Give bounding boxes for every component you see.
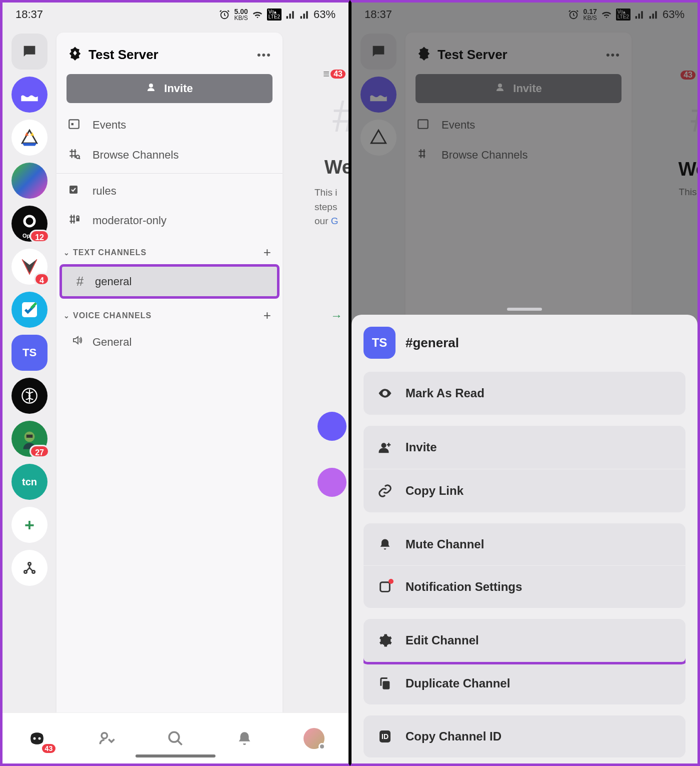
chat-peek: ≡43 # We This i steps our G → [308, 57, 348, 763]
server-icon-knot[interactable] [12, 378, 48, 414]
svg-point-15 [34, 737, 36, 739]
server-rail: Opus 12 4 TS 27 tcn + [2, 27, 56, 763]
lte-badge: Vo▴LTE2 [267, 9, 282, 21]
dm-button[interactable] [12, 34, 48, 70]
server-icon-tcn[interactable]: tcn [12, 464, 48, 500]
events-row[interactable]: Events [56, 110, 282, 140]
copy-link-row[interactable]: Copy Link [364, 469, 686, 512]
svg-point-9 [149, 84, 153, 88]
bell-icon [376, 537, 394, 551]
svg-point-6 [28, 562, 30, 565]
server-icon-check[interactable] [12, 292, 48, 328]
eye-icon [376, 386, 394, 401]
signal-icon-2 [648, 10, 658, 20]
battery-pct: 63% [662, 8, 684, 21]
hash-icon: # [73, 274, 87, 289]
sheet-channel-name: #general [406, 335, 459, 351]
add-text-channel-button[interactable]: + [264, 245, 272, 260]
add-voice-channel-button[interactable]: + [264, 308, 272, 323]
general-channel[interactable]: # general [60, 264, 280, 299]
mark-as-read-row[interactable]: Mark As Read [364, 372, 686, 415]
server-icon-friend[interactable]: 27 [12, 421, 48, 457]
svg-rect-13 [70, 186, 78, 194]
alarm-icon [219, 9, 230, 20]
signal-icon-1 [634, 10, 644, 20]
sheet-handle[interactable] [507, 308, 542, 311]
signal-icon-2 [300, 10, 310, 20]
hash-lock-icon [68, 213, 82, 229]
badge-friend: 27 [30, 445, 50, 458]
lte-badge: Vo▴LTE2 [616, 9, 630, 21]
text-channels-header[interactable]: ⌄TEXT CHANNELS + [56, 236, 282, 264]
net-speed: 0.17KB/S [583, 8, 596, 21]
arrow-icon: → [330, 309, 342, 323]
calendar-icon [68, 117, 82, 133]
signal-icon-1 [286, 10, 296, 20]
nav-friends[interactable] [94, 726, 119, 751]
sheet-server-avatar: TS [364, 327, 396, 359]
edit-channel-row[interactable]: Edit Channel [364, 619, 686, 662]
avatar-msg1 [318, 412, 346, 441]
wifi-icon [601, 9, 612, 20]
discover-button[interactable] [12, 550, 48, 586]
svg-point-20 [498, 84, 502, 88]
moderator-channel[interactable]: moderator-only [56, 206, 282, 236]
server-icon-ts[interactable]: TS [12, 335, 48, 371]
message-lines-icon: ≡ [323, 68, 330, 81]
avatar-msg2 [318, 468, 346, 497]
copy-icon [376, 676, 394, 690]
invite-button[interactable]: Invite [66, 74, 272, 103]
server-title[interactable]: Test Server [68, 46, 158, 64]
invite-icon [146, 81, 158, 96]
nav-profile[interactable] [302, 726, 326, 751]
channel-action-sheet: TS #general Mark As Read Invite Copy Lin… [352, 315, 698, 763]
svg-point-18 [169, 732, 179, 742]
svg-rect-11 [72, 123, 74, 125]
rules-icon [68, 184, 82, 199]
wifi-icon [252, 9, 263, 20]
badge-opus: 12 [30, 230, 50, 243]
battery-pct: 63% [314, 8, 336, 21]
sheet-invite-row[interactable]: Invite [364, 426, 686, 469]
server-icon-sail[interactable] [12, 120, 48, 156]
nav-search[interactable] [163, 726, 188, 751]
add-server-button[interactable]: + [12, 507, 48, 543]
duplicate-channel-row[interactable]: Duplicate Channel [364, 662, 686, 704]
id-icon: ID [376, 730, 394, 742]
notification-icon [376, 580, 394, 594]
svg-rect-24 [382, 681, 390, 689]
svg-rect-21 [418, 120, 428, 128]
server-icon-v[interactable]: 4 [12, 249, 48, 285]
gear-icon [376, 633, 394, 648]
server-menu-button[interactable]: ••• [257, 49, 272, 62]
alarm-icon [568, 9, 579, 20]
server-icon-opus[interactable]: Opus 12 [12, 206, 48, 242]
svg-point-17 [102, 732, 107, 738]
nav-handle [136, 754, 216, 757]
svg-rect-10 [69, 120, 79, 128]
server-icon-wave[interactable] [12, 77, 48, 113]
badge-v: 4 [34, 273, 50, 286]
speaker-icon [70, 334, 84, 350]
server-boost-icon [68, 46, 82, 64]
status-time: 18:37 [364, 8, 392, 21]
svg-rect-5 [26, 435, 33, 438]
svg-point-1 [24, 216, 34, 226]
rules-channel[interactable]: rules [56, 177, 282, 206]
browse-channels-row[interactable]: Browse Channels [56, 140, 282, 170]
voice-general-channel[interactable]: General [60, 327, 280, 357]
mute-channel-row[interactable]: Mute Channel [364, 523, 686, 565]
svg-point-22 [382, 443, 386, 448]
server-icon-avatar1[interactable] [12, 163, 48, 199]
voice-channels-header[interactable]: ⌄VOICE CHANNELS + [56, 299, 282, 327]
svg-rect-14 [76, 218, 80, 222]
nav-servers[interactable]: 43 [24, 726, 50, 751]
chevron-down-icon: ⌄ [64, 312, 70, 320]
link-icon [376, 483, 394, 498]
channel-panel: Test Server ••• Invite Events Browse Cha… [56, 33, 282, 763]
notification-settings-row[interactable]: Notification Settings [364, 565, 686, 608]
nav-notifications[interactable] [232, 726, 257, 751]
status-bar: 18:37 5.00KB/S Vo▴LTE2 63% [2, 3, 348, 27]
svg-point-16 [38, 737, 41, 739]
copy-channel-id-row[interactable]: ID Copy Channel ID [364, 715, 686, 757]
